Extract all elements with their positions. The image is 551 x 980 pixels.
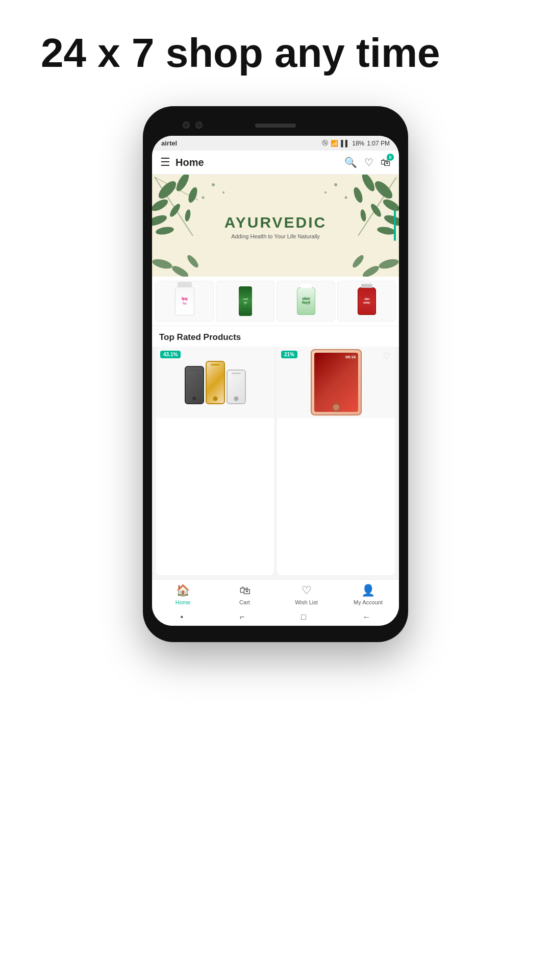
bottom-navigation: 🏠 Home 🛍 Cart ♡ Wish List 👤 My Account (152, 579, 399, 608)
home-nav-label: Home (176, 599, 190, 605)
products-grid: 43.1% (152, 347, 399, 579)
wishlist-nav-label: Wish List (295, 599, 318, 605)
svg-point-14 (383, 213, 399, 228)
phone-screen: airtel Ⓝ 📶 ▌▌ 18% 1:07 PM ☰ Home 🔍 ♡ 🛍 (152, 136, 399, 626)
svg-point-29 (324, 191, 327, 193)
svg-point-2 (152, 197, 170, 213)
svg-point-22 (378, 257, 399, 271)
cart-nav-icon: 🛍 (239, 584, 251, 597)
header-actions: 🔍 ♡ 🛍 0 (344, 156, 391, 168)
cart-nav-label: Cart (239, 599, 250, 605)
cart-header-button[interactable]: 🛍 0 (381, 157, 391, 168)
svg-point-17 (360, 209, 367, 222)
top-rated-section: Top Rated Products (152, 326, 399, 347)
account-nav-label: My Account (354, 599, 383, 605)
battery-label: 18% (352, 140, 364, 147)
nav-wishlist[interactable]: ♡ Wish List (276, 584, 337, 605)
wishlist-heart-icon[interactable]: ♡ (383, 351, 391, 362)
android-recent[interactable]: ⌐ (240, 612, 244, 622)
discount-badge-2: 21% (281, 351, 297, 358)
android-home[interactable]: □ (301, 612, 306, 622)
svg-point-23 (361, 264, 381, 277)
svg-point-26 (222, 191, 224, 193)
svg-point-20 (170, 264, 190, 277)
product-thumbnail-row: फेस पैक दशमीचूर्ण आंवलामिश्री (152, 277, 399, 326)
svg-point-19 (152, 257, 173, 271)
app-header: ☰ Home 🔍 ♡ 🛍 0 (152, 151, 399, 175)
ayurvedic-banner: AYURVEDIC Adding Health to Your Life Nat… (152, 175, 399, 277)
svg-point-7 (184, 209, 191, 222)
phone-body: airtel Ⓝ 📶 ▌▌ 18% 1:07 PM ☰ Home 🔍 ♡ 🛍 (143, 106, 408, 642)
nav-cart[interactable]: 🛍 Cart (214, 584, 276, 605)
banner-subtitle: Adding Health to Your Life Naturally (231, 233, 320, 239)
cart-badge: 0 (387, 154, 394, 161)
status-bar: airtel Ⓝ 📶 ▌▌ 18% 1:07 PM (152, 136, 399, 151)
iphone-gold (206, 361, 225, 404)
carrier-label: airtel (161, 139, 177, 147)
scroll-indicator (394, 210, 396, 241)
section-title-top-rated: Top Rated Products (152, 326, 399, 347)
iphone-mock (185, 361, 246, 404)
nav-account[interactable]: 👤 My Account (337, 584, 399, 605)
product-thumb-4[interactable]: जीवनकल्पत्र (337, 281, 396, 322)
product-card-iphone[interactable]: 43.1% (156, 347, 274, 575)
svg-point-4 (152, 213, 168, 228)
app-content: AYURVEDIC Adding Health to Your Life Nat… (152, 175, 399, 626)
android-navigation-bar: • ⌐ □ ← (152, 608, 399, 626)
svg-point-13 (352, 186, 364, 204)
phone-top (152, 115, 399, 136)
banner-title: AYURVEDIC (224, 214, 327, 231)
speaker (255, 124, 296, 128)
android-dot[interactable]: • (180, 612, 183, 622)
hamburger-menu-button[interactable]: ☰ (160, 156, 170, 169)
nav-home[interactable]: 🏠 Home (152, 584, 214, 605)
product-thumb-3[interactable]: आंवलामिश्री (277, 281, 335, 322)
header-title: Home (176, 157, 344, 168)
iphone-silver (227, 370, 246, 404)
signal-icon: ▌▌ (341, 140, 349, 147)
phone-frame: airtel Ⓝ 📶 ▌▌ 18% 1:07 PM ☰ Home 🔍 ♡ 🛍 (0, 91, 551, 642)
iphone-space-gray (185, 366, 204, 404)
search-button[interactable]: 🔍 (344, 156, 357, 168)
svg-point-6 (155, 226, 174, 236)
svg-point-24 (351, 254, 365, 270)
svg-point-11 (360, 175, 377, 193)
page-headline: 24 x 7 shop any time (0, 0, 551, 91)
android-back[interactable]: ← (363, 612, 371, 622)
home-nav-icon: 🏠 (176, 584, 190, 597)
svg-point-30 (345, 197, 347, 199)
svg-point-12 (381, 197, 399, 213)
front-camera-left (183, 121, 190, 129)
discount-badge-1: 43.1% (160, 351, 181, 358)
svg-point-16 (377, 226, 396, 236)
wishlist-header-button[interactable]: ♡ (364, 156, 373, 168)
svg-point-1 (174, 175, 191, 193)
svg-point-27 (202, 197, 205, 199)
svg-point-0 (156, 178, 179, 201)
wifi-icon: 📶 (331, 140, 338, 147)
nfc-icon: Ⓝ (322, 139, 328, 148)
product-card-xiaomi[interactable]: 21% ♡ 08:16 (277, 347, 395, 575)
front-camera-right (195, 121, 203, 129)
status-right-group: Ⓝ 📶 ▌▌ 18% 1:07 PM (322, 139, 390, 148)
svg-point-21 (186, 254, 200, 270)
svg-point-25 (212, 183, 215, 186)
svg-point-10 (372, 178, 395, 201)
time-label: 1:07 PM (367, 140, 390, 147)
svg-point-28 (334, 183, 337, 186)
xiaomi-screen-time: 08:16 (345, 355, 356, 359)
xiaomi-phone-mock: 08:16 (311, 349, 362, 415)
wishlist-nav-icon: ♡ (302, 584, 312, 597)
product-thumb-1[interactable]: फेस पैक (155, 281, 214, 322)
product-thumb-2[interactable]: दशमीचूर्ण (216, 281, 274, 322)
account-nav-icon: 👤 (361, 584, 375, 597)
